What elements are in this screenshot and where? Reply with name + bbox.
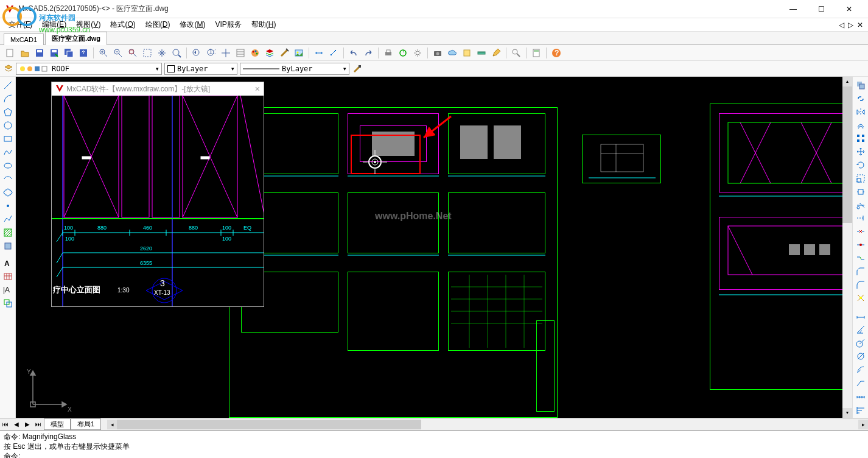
pan-icon[interactable]: [155, 46, 169, 60]
revision-cloud-icon[interactable]: [2, 186, 14, 199]
menu-help[interactable]: 帮助(H): [247, 18, 281, 31]
tab-nav-next-icon[interactable]: ▶: [22, 421, 33, 428]
hatch-icon[interactable]: [2, 227, 14, 239]
dim-diameter-icon[interactable]: [855, 350, 867, 362]
note-icon[interactable]: [460, 46, 474, 60]
undo-icon[interactable]: [347, 46, 360, 60]
properties-icon[interactable]: [234, 46, 247, 60]
saveas-button[interactable]: [47, 46, 61, 60]
break-point-icon[interactable]: [855, 239, 867, 251]
redo-icon[interactable]: [362, 46, 375, 60]
dim-angular-icon[interactable]: [855, 323, 867, 336]
palette-icon[interactable]: [248, 46, 262, 60]
dim-aligned-icon[interactable]: [327, 46, 340, 60]
color-dropdown[interactable]: ByLayer ▾: [164, 63, 237, 75]
zoom-previous-icon[interactable]: [190, 46, 203, 60]
vertical-scrollbar[interactable]: ▴ ▾: [842, 77, 852, 418]
line-icon[interactable]: [2, 79, 14, 91]
dim-radius-icon[interactable]: [855, 337, 867, 349]
tab-nav-last-icon[interactable]: ⏭: [33, 421, 44, 428]
magnifier-window[interactable]: MxCAD软件-【www.mxdraw.com】-[放大镜] ×: [51, 82, 264, 307]
text-icon[interactable]: A: [2, 257, 14, 269]
arc-icon[interactable]: [2, 93, 14, 105]
cloud-icon[interactable]: [446, 46, 459, 60]
layer-manager-icon[interactable]: [4, 64, 13, 74]
tab-layout1[interactable]: 布局1: [71, 418, 101, 430]
doc-prev-icon[interactable]: ◁: [838, 21, 845, 29]
saveall-button[interactable]: [62, 46, 75, 60]
settings-icon[interactable]: [411, 46, 424, 60]
link-icon[interactable]: [855, 93, 867, 105]
menu-vip[interactable]: VIP服务: [210, 18, 246, 31]
break-icon[interactable]: [855, 225, 867, 238]
insert-block-icon[interactable]: [2, 297, 14, 309]
calc-icon[interactable]: [530, 46, 543, 60]
export-button[interactable]: [77, 46, 90, 60]
table-icon[interactable]: [2, 270, 14, 283]
polygon-icon[interactable]: [2, 106, 14, 118]
spline-icon[interactable]: [2, 146, 14, 158]
menu-draw[interactable]: 绘图(D): [141, 18, 175, 31]
offset-icon[interactable]: [855, 119, 867, 132]
polyline-icon[interactable]: [2, 213, 14, 225]
crosshair-icon[interactable]: [219, 46, 233, 60]
stretch-icon[interactable]: [855, 186, 867, 198]
mtext-icon[interactable]: |A: [2, 284, 14, 296]
tab-mxcad1[interactable]: MxCAD1: [4, 33, 44, 45]
zoom-realtime-icon[interactable]: [170, 46, 183, 60]
array-icon[interactable]: [855, 132, 867, 144]
layers-icon[interactable]: [263, 46, 276, 60]
mirror-icon[interactable]: [855, 106, 867, 118]
magnifier-close-icon[interactable]: ×: [255, 84, 260, 94]
paintbrush-icon[interactable]: [352, 63, 363, 74]
open-button[interactable]: [18, 46, 32, 60]
menu-modify[interactable]: 修改(M): [175, 18, 210, 31]
ellipse-arc-icon[interactable]: [2, 173, 14, 185]
magnifier-titlebar[interactable]: MxCAD软件-【www.mxdraw.com】-[放大镜] ×: [52, 82, 264, 96]
command-window[interactable]: 命令: MagnifyingGlass 按 Esc 退出，或单击右键显示快捷菜单…: [0, 430, 868, 458]
tab-nav-first-icon[interactable]: ⏮: [0, 421, 11, 428]
dim-linear-icon[interactable]: [312, 46, 326, 60]
dim-arc-icon[interactable]: [855, 364, 867, 376]
print-icon[interactable]: [382, 46, 395, 60]
extend-icon[interactable]: [855, 212, 867, 224]
command-input[interactable]: [20, 453, 864, 459]
explode-icon[interactable]: [855, 292, 867, 305]
find-icon[interactable]: [509, 46, 523, 60]
point-icon[interactable]: [2, 200, 14, 212]
ruler-icon[interactable]: [475, 46, 488, 60]
join-icon[interactable]: [855, 252, 867, 264]
scale-icon[interactable]: [855, 172, 867, 185]
tab-current-dwg[interactable]: 医疗室立面.dwg: [45, 32, 107, 45]
horizontal-scrollbar[interactable]: ◂ ▸: [107, 420, 868, 429]
chamfer-icon[interactable]: [855, 266, 867, 278]
zoom-window-icon[interactable]: [141, 46, 154, 60]
save-button[interactable]: [33, 46, 46, 60]
tab-nav-prev-icon[interactable]: ◀: [11, 421, 22, 428]
block-icon[interactable]: [2, 240, 14, 252]
new-button[interactable]: [4, 46, 17, 60]
doc-next-icon[interactable]: ▷: [847, 21, 855, 29]
ellipse-icon[interactable]: [2, 160, 14, 172]
tab-model[interactable]: 模型: [44, 418, 71, 430]
trim-icon[interactable]: [855, 199, 867, 211]
linetype-dropdown[interactable]: ByLayer ▾: [240, 63, 349, 75]
copy-icon[interactable]: [855, 79, 867, 91]
fillet-icon[interactable]: [855, 279, 867, 291]
regen-icon[interactable]: [396, 46, 410, 60]
drawing-canvas[interactable]: www.pHome.Net MxCAD软件-【www.mxdraw.com】-[…: [16, 77, 852, 418]
match-props-icon[interactable]: [278, 46, 291, 60]
camera-icon[interactable]: [431, 46, 444, 60]
layer-dropdown[interactable]: ROOF ▾: [16, 63, 162, 75]
zoom-out-icon[interactable]: [111, 46, 125, 60]
move-icon[interactable]: [855, 146, 867, 158]
leader-icon[interactable]: [855, 377, 867, 389]
zoom-scale-icon[interactable]: 1:1: [205, 46, 218, 60]
zoom-extents-icon[interactable]: [126, 46, 139, 60]
image-icon[interactable]: [292, 46, 306, 60]
doc-close-icon[interactable]: ✕: [856, 21, 864, 29]
edit-icon[interactable]: [489, 46, 503, 60]
minimize-button[interactable]: —: [779, 0, 807, 18]
circle-icon[interactable]: [2, 119, 14, 132]
dim-horizontal-icon[interactable]: [855, 310, 867, 322]
